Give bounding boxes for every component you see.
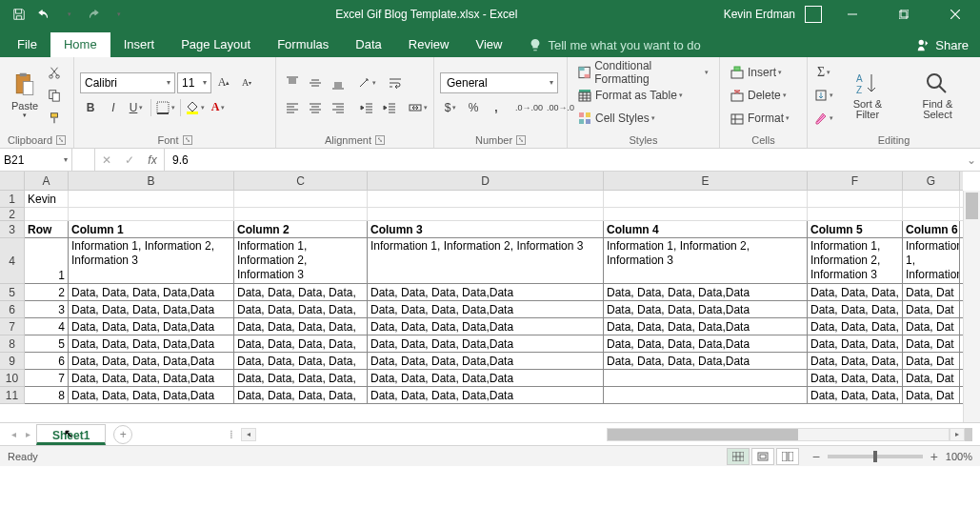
row-header-9[interactable]: 9 — [0, 353, 24, 370]
cell[interactable] — [808, 191, 903, 207]
alignment-dialog[interactable]: ⤡ — [375, 135, 385, 145]
cell[interactable]: Data, Dat — [903, 387, 960, 403]
accounting-format-button[interactable]: $ — [440, 97, 461, 118]
cell[interactable] — [903, 191, 960, 207]
column-header-B[interactable]: B — [69, 172, 234, 190]
zoom-slider[interactable] — [828, 455, 923, 458]
insert-function-button[interactable]: fx — [141, 150, 164, 171]
column-header-D[interactable]: D — [368, 172, 604, 190]
cell[interactable]: Data, Data, Data, — [808, 284, 903, 300]
cell[interactable]: Information 1, Information 2, Informatio… — [808, 238, 903, 283]
cell[interactable]: Information 1, Information 2, Informatio… — [234, 238, 368, 283]
cell[interactable] — [25, 208, 69, 220]
increase-indent-button[interactable] — [379, 97, 400, 118]
cell[interactable]: 1 — [25, 238, 69, 283]
cut-button[interactable] — [44, 62, 65, 83]
font-dialog[interactable]: ⤡ — [183, 135, 192, 145]
cell[interactable]: Information 1, Information 2, Inform — [903, 238, 960, 283]
font-name-select[interactable]: Calibri▾ — [80, 72, 175, 93]
cell[interactable]: Data, Dat — [903, 318, 960, 335]
cell[interactable]: Data, Dat — [903, 301, 960, 317]
cell[interactable]: Data, Data, Data, Data, — [234, 284, 368, 300]
row-header-10[interactable]: 10 — [0, 370, 24, 387]
merge-button[interactable] — [408, 97, 429, 118]
page-break-view-button[interactable] — [776, 448, 799, 465]
cell[interactable]: Data, Data, Data, Data,Data — [368, 335, 604, 352]
insert-cells-button[interactable]: Insert — [726, 62, 787, 83]
cell[interactable]: Data, Data, Data, Data,Data — [368, 370, 604, 386]
tab-view[interactable]: View — [462, 32, 515, 57]
undo-icon[interactable] — [32, 3, 55, 26]
user-name[interactable]: Kevin Erdman — [724, 8, 795, 21]
orientation-button[interactable] — [356, 72, 377, 93]
cell[interactable]: Data, Data, Data, Data,Data — [69, 387, 234, 403]
row-header-5[interactable]: 5 — [0, 284, 24, 301]
tab-review[interactable]: Review — [395, 32, 463, 57]
cancel-formula-button[interactable]: ✕ — [95, 150, 118, 171]
comma-button[interactable]: , — [486, 97, 507, 118]
cell[interactable]: Data, Data, Data, Data,Data — [368, 301, 604, 317]
cell[interactable]: Data, Data, Data, — [808, 370, 903, 386]
cell[interactable]: Data, Data, Data, — [808, 387, 903, 403]
number-dialog[interactable]: ⤡ — [516, 135, 526, 145]
cell[interactable] — [368, 191, 604, 207]
format-painter-button[interactable] — [44, 108, 65, 129]
row-header-7[interactable]: 7 — [0, 318, 24, 335]
split-handle[interactable] — [965, 428, 972, 441]
cell[interactable] — [368, 208, 604, 220]
cell[interactable]: Data, Data, Data, Data,Data — [368, 387, 604, 403]
increase-font-button[interactable]: A▴ — [213, 72, 234, 93]
number-format-select[interactable]: General▾ — [440, 72, 558, 93]
cell[interactable]: 2 — [25, 284, 69, 300]
row-header-3[interactable]: 3 — [0, 221, 24, 238]
cell[interactable]: Data, Data, Data, Data,Data — [604, 318, 808, 335]
save-icon[interactable] — [8, 3, 30, 26]
cell[interactable]: 5 — [25, 335, 69, 352]
cell[interactable]: Data, Dat — [903, 335, 960, 352]
clear-button[interactable] — [813, 108, 834, 129]
share-button[interactable]: Share — [916, 32, 969, 57]
cell[interactable]: Column 4 — [604, 221, 808, 237]
cell[interactable]: Data, Dat — [903, 353, 960, 369]
row-header-4[interactable]: 4 — [0, 238, 24, 284]
name-box[interactable]: B21▾ — [0, 149, 72, 171]
horizontal-scrollbar[interactable] — [607, 428, 950, 441]
cell[interactable] — [903, 208, 960, 220]
fill-button[interactable] — [813, 85, 834, 106]
row-header-11[interactable]: 11 — [0, 387, 24, 404]
align-middle-button[interactable] — [305, 72, 326, 93]
cell[interactable]: 7 — [25, 370, 69, 386]
decrease-indent-button[interactable] — [356, 97, 377, 118]
cell[interactable]: Column 3 — [368, 221, 604, 237]
accept-formula-button[interactable]: ✓ — [118, 150, 141, 171]
align-bottom-button[interactable] — [328, 72, 349, 93]
cell[interactable]: Data, Data, Data, Data,Data — [604, 284, 808, 300]
minimize-button[interactable] — [831, 0, 873, 29]
cell[interactable]: Data, Data, Data, — [808, 318, 903, 335]
align-center-button[interactable] — [305, 97, 326, 118]
expand-formula-bar[interactable]: ⌄ — [963, 149, 980, 171]
delete-cells-button[interactable]: Delete — [726, 85, 791, 106]
formula-input[interactable] — [165, 149, 963, 171]
zoom-slider-knob[interactable] — [873, 451, 877, 462]
cell[interactable] — [604, 370, 808, 386]
cell[interactable]: Data, Data, Data, Data, — [234, 353, 368, 369]
close-button[interactable] — [934, 0, 976, 29]
bold-button[interactable]: B — [80, 97, 101, 118]
clipboard-dialog[interactable]: ⤡ — [56, 135, 66, 145]
tell-me-search[interactable]: Tell me what you want to do — [529, 32, 700, 57]
cell[interactable] — [69, 208, 234, 220]
vertical-scroll-thumb[interactable] — [966, 193, 978, 219]
cell[interactable]: Data, Data, Data, Data,Data — [69, 284, 234, 300]
cell[interactable] — [604, 191, 808, 207]
cell[interactable]: Data, Data, Data, Data,Data — [368, 284, 604, 300]
cell[interactable]: Row — [25, 221, 69, 237]
cell[interactable]: Column 1 — [69, 221, 234, 237]
cell[interactable]: Kevin — [25, 191, 69, 207]
cell[interactable]: Data, Data, Data, Data, — [234, 301, 368, 317]
cell[interactable] — [808, 208, 903, 220]
cell[interactable]: Column 6 — [903, 221, 960, 237]
cell[interactable]: Data, Data, Data, Data,Data — [604, 301, 808, 317]
cell[interactable]: Data, Data, Data, Data,Data — [69, 353, 234, 369]
column-header-C[interactable]: C — [234, 172, 368, 190]
